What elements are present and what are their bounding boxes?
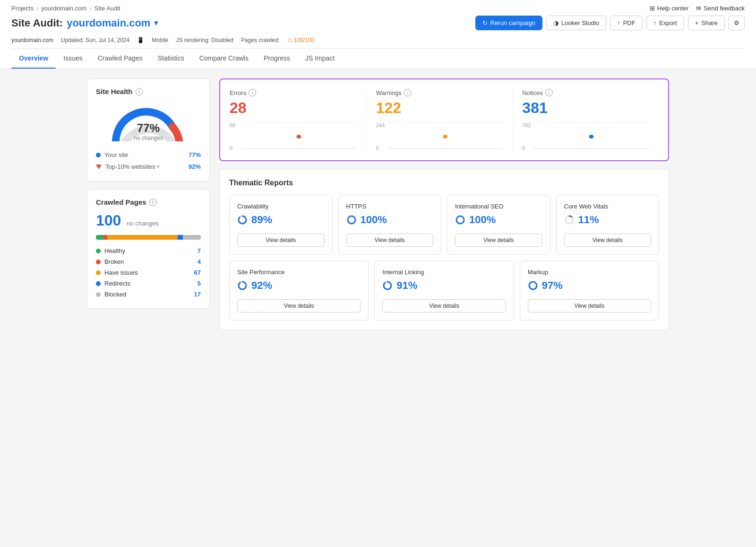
errors-value: 28 xyxy=(230,99,357,117)
breadcrumb-sep-1: › xyxy=(36,5,38,12)
domain-chevron-icon[interactable]: ▾ xyxy=(154,18,158,27)
internal-linking-view-details[interactable]: View details xyxy=(382,299,506,313)
site-health-legend: Your site 77% Top-10% websites ▾ 92% xyxy=(96,149,201,173)
progress-issues xyxy=(107,235,178,240)
internal-linking-name: Internal Linking xyxy=(382,269,506,276)
crawled-pages-info-icon[interactable]: i xyxy=(149,199,157,206)
tab-overview[interactable]: Overview xyxy=(11,49,56,69)
report-https: HTTPS 100% View details xyxy=(338,195,442,255)
tab-statistics[interactable]: Statistics xyxy=(150,49,192,69)
top10-chevron-icon[interactable]: ▾ xyxy=(157,164,160,170)
pdf-button[interactable]: ↑ PDF xyxy=(610,16,643,30)
crawlability-percent: 89% xyxy=(237,214,325,226)
send-feedback-link[interactable]: ✉ Send feedback xyxy=(696,5,745,12)
pdf-icon: ↑ xyxy=(617,19,620,26)
errors-metric: Errors i 28 56 0 xyxy=(230,89,367,151)
notices-chart: 762 0 xyxy=(522,122,649,151)
report-site-performance: Site Performance 92% View details xyxy=(229,260,369,321)
gauge-percent: 77% xyxy=(134,122,163,135)
site-performance-name: Site Performance xyxy=(237,269,361,276)
gauge-container: 77% no changes xyxy=(96,101,201,143)
report-international-seo: International SEO 100% View details xyxy=(447,195,550,255)
issues-label: Have issues xyxy=(104,269,138,276)
broken-dot xyxy=(96,260,101,264)
share-button[interactable]: + Share xyxy=(688,16,725,30)
looker-studio-button[interactable]: ◑ Looker Studio xyxy=(546,16,606,30)
https-view-details[interactable]: View details xyxy=(346,234,434,247)
notices-metric: Notices i 381 762 0 xyxy=(513,89,659,151)
markup-view-details[interactable]: View details xyxy=(528,299,651,313)
nav-tabs: Overview Issues Crawled Pages Statistics… xyxy=(11,48,745,69)
breadcrumb: Projects › yourdomain.com › Site Audit xyxy=(11,5,120,12)
tab-crawled-pages[interactable]: Crawled Pages xyxy=(90,49,150,69)
site-health-info-icon[interactable]: i xyxy=(136,88,143,96)
legend-redirects: Redirects 5 xyxy=(96,278,201,289)
tab-js-impact[interactable]: JS Impact xyxy=(298,49,342,69)
tab-progress[interactable]: Progress xyxy=(256,49,298,69)
pages-crawled-badge: ⚠ 100/100 xyxy=(287,37,314,43)
crawlability-view-details[interactable]: View details xyxy=(237,234,325,247)
notices-sparkline xyxy=(533,122,649,151)
domain-name[interactable]: yourdomain.com xyxy=(67,17,150,29)
warnings-info-icon[interactable]: i xyxy=(404,89,412,96)
meta-row: yourdomain.com Updated: Sun, Jul 14, 202… xyxy=(11,34,745,48)
core-web-vitals-name: Core Web Vitals xyxy=(564,203,652,210)
gauge-text: 77% no changes xyxy=(134,122,163,141)
crawled-count: 100 xyxy=(96,212,121,229)
tab-compare-crawls[interactable]: Compare Crawls xyxy=(192,49,256,69)
international-seo-name: International SEO xyxy=(455,203,542,210)
redirects-dot xyxy=(96,281,101,286)
breadcrumb-row: Projects › yourdomain.com › Site Audit ⊞… xyxy=(11,0,745,12)
top10-triangle-icon xyxy=(96,165,102,169)
svg-point-3 xyxy=(296,135,301,139)
gauge-label: no changes xyxy=(134,135,163,141)
errors-y-zero: 0 xyxy=(230,145,232,151)
healthy-label: Healthy xyxy=(104,247,125,254)
blocked-count: 17 xyxy=(194,291,201,298)
breadcrumb-projects[interactable]: Projects xyxy=(11,5,34,12)
crawled-pages-title: Crawled Pages i xyxy=(96,198,201,206)
site-audit-label: Site Audit: xyxy=(11,17,63,29)
tab-issues[interactable]: Issues xyxy=(56,49,90,69)
top10-label: Top-10% websites xyxy=(105,163,155,170)
markup-name: Markup xyxy=(528,269,651,276)
healthy-count: 7 xyxy=(198,247,201,254)
site-performance-view-details[interactable]: View details xyxy=(237,299,361,313)
meta-domain: yourdomain.com xyxy=(11,37,53,43)
crawlability-name: Crawlability xyxy=(237,203,325,210)
site-health-card: Site Health i xyxy=(87,78,210,182)
redirects-count: 5 xyxy=(198,280,201,287)
svg-point-21 xyxy=(529,282,537,289)
broken-label: Broken xyxy=(104,258,124,265)
errors-info-icon[interactable]: i xyxy=(249,89,256,96)
meta-device: Mobile xyxy=(152,37,168,43)
notices-info-icon[interactable]: i xyxy=(545,89,553,96)
breadcrumb-sep-2: › xyxy=(89,5,91,12)
your-site-label: Your site xyxy=(104,151,128,158)
crawled-pages-card: Crawled Pages i 100 no changes Healthy xyxy=(87,189,210,309)
help-center-link[interactable]: ⊞ Help center xyxy=(650,5,688,12)
meta-pages-crawled-label: Pages crawled: xyxy=(241,37,280,43)
notices-y-max: 762 xyxy=(522,122,531,128)
report-crawlability: Crawlability 89% View details xyxy=(229,195,333,255)
main-content: Site Health i xyxy=(76,69,680,340)
thematic-row-1: Crawlability 89% View details HTTPS xyxy=(229,195,659,255)
international-seo-percent: 100% xyxy=(455,214,542,226)
crawled-legend: Healthy 7 Broken 4 Have issues xyxy=(96,245,201,300)
warnings-y-max: 244 xyxy=(376,122,385,128)
legend-top10: Top-10% websites ▾ 92% xyxy=(96,161,201,173)
top-bar: Projects › yourdomain.com › Site Audit ⊞… xyxy=(0,0,756,69)
errors-y-max: 56 xyxy=(230,122,235,128)
rerun-campaign-button[interactable]: ↻ Rerun campaign xyxy=(475,16,542,30)
blocked-dot xyxy=(96,292,101,297)
breadcrumb-domain[interactable]: yourdomain.com xyxy=(41,5,86,12)
healthy-dot xyxy=(96,249,101,253)
core-web-vitals-view-details[interactable]: View details xyxy=(564,234,652,247)
international-seo-view-details[interactable]: View details xyxy=(455,234,542,247)
title-row: Site Audit: yourdomain.com ▾ ↻ Rerun cam… xyxy=(11,12,745,34)
svg-point-6 xyxy=(443,135,447,139)
export-button[interactable]: ↑ Export xyxy=(646,16,684,30)
internal-linking-icon xyxy=(382,280,393,291)
legend-blocked: Blocked 17 xyxy=(96,289,201,300)
settings-button[interactable]: ⚙ xyxy=(729,16,745,30)
